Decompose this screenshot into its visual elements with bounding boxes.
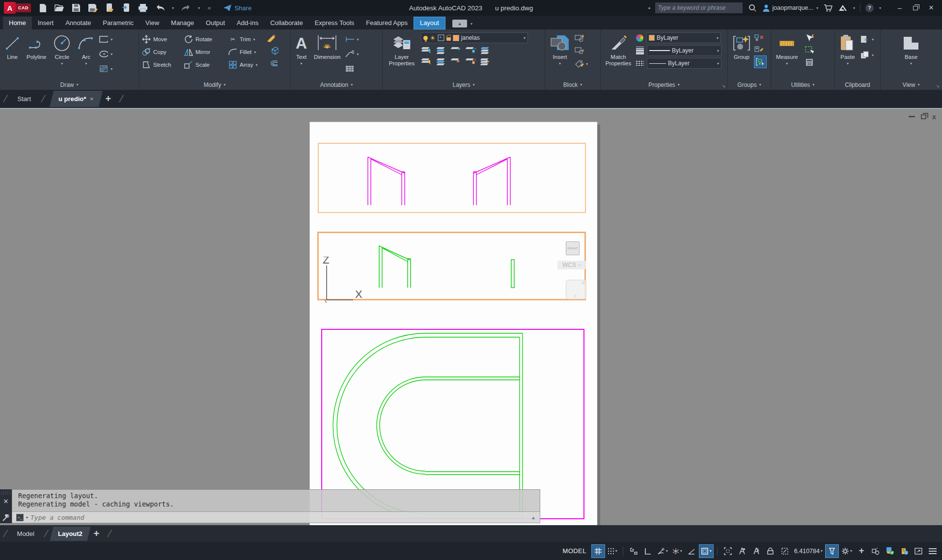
- ribbon-tab-view[interactable]: View: [139, 17, 165, 29]
- object-color-dropdown-arrow-icon[interactable]: ▾: [717, 36, 719, 40]
- ribbon-tab-featured-apps[interactable]: Featured Apps: [360, 17, 414, 29]
- mirror-button[interactable]: Mirror: [184, 46, 222, 58]
- create-block-icon[interactable]: [575, 33, 583, 42]
- autodesk-dropdown-icon[interactable]: ▾: [853, 6, 855, 10]
- line-button[interactable]: Line: [3, 32, 22, 61]
- share-button[interactable]: Share: [223, 4, 251, 12]
- layer-properties-button[interactable]: Layer Properties: [386, 32, 418, 68]
- draw-panel-title[interactable]: Draw▾: [0, 80, 139, 90]
- ui-lock-icon[interactable]: [764, 545, 777, 558]
- open-from-mobile-icon[interactable]: [105, 3, 114, 13]
- save-to-mobile-icon[interactable]: [121, 3, 131, 13]
- lineweight-icon[interactable]: [636, 47, 644, 54]
- annotation-panel-title[interactable]: Annotation▾: [291, 80, 382, 90]
- hatch-button[interactable]: ▾: [99, 63, 112, 75]
- help-button[interactable]: ?: [865, 4, 874, 12]
- new-file-icon[interactable]: [38, 3, 48, 13]
- fillet-button[interactable]: Fillet▾: [228, 46, 256, 58]
- arc-dropdown-icon[interactable]: ▾: [85, 61, 87, 66]
- object-color-wheel-icon[interactable]: [636, 34, 643, 42]
- layer-on-tool-icon[interactable]: [422, 57, 431, 66]
- annotation-scale-icon[interactable]: [778, 545, 791, 558]
- ribbon-minimize-control[interactable]: ▲ ▾: [452, 20, 472, 27]
- view-panel-title[interactable]: View▾: [881, 80, 942, 90]
- minimize-window-icon[interactable]: –: [893, 2, 907, 14]
- layer-thaw-icon[interactable]: ☀: [430, 35, 436, 41]
- layout-paper[interactable]: Z X FRONT WCS▽ ⊗⊻: [309, 122, 597, 525]
- leader-dropdown-icon[interactable]: ▾: [357, 52, 359, 56]
- move-button[interactable]: Move: [142, 33, 177, 45]
- restore-window-icon[interactable]: [909, 2, 922, 14]
- stretch-button[interactable]: Stretch: [142, 59, 177, 71]
- command-input-row[interactable]: >_ ▾ ▲: [12, 511, 540, 523]
- save-icon[interactable]: [71, 3, 81, 13]
- ribbon-tab-collaborate[interactable]: Collaborate: [264, 17, 309, 29]
- layer-vp-freeze-icon[interactable]: *: [438, 34, 444, 41]
- scale-button[interactable]: Scale: [184, 59, 222, 71]
- viewport-scale-control[interactable]: 6.410784▾: [793, 545, 824, 558]
- snap-dropdown-icon[interactable]: ▾: [615, 549, 617, 553]
- object-snap-icon[interactable]: ▾: [699, 545, 713, 558]
- rotate-button[interactable]: Rotate: [184, 33, 222, 45]
- ungroup-icon[interactable]: [754, 33, 763, 42]
- copy-button[interactable]: Copy: [142, 46, 177, 58]
- close-window-icon[interactable]: ×: [924, 2, 938, 14]
- search-icon[interactable]: [748, 3, 757, 13]
- undo-dropdown-icon[interactable]: ▾: [172, 6, 174, 10]
- explode-icon[interactable]: [270, 46, 278, 55]
- file-tab-close-icon[interactable]: ×: [90, 95, 94, 103]
- ribbon-tab-output[interactable]: Output: [200, 17, 231, 29]
- linear-dimension-button[interactable]: ▾: [345, 33, 359, 45]
- viewcube[interactable]: FRONT: [566, 241, 580, 255]
- file-tab-u-predio[interactable]: u predio*×: [49, 91, 102, 107]
- customize-qat-icon[interactable]: ≂: [207, 5, 211, 11]
- trim-button[interactable]: ✂Trim▾: [228, 33, 255, 45]
- cut-dropdown-icon[interactable]: ▾: [872, 37, 874, 42]
- wcs-dropdown[interactable]: WCS▽: [557, 261, 586, 269]
- command-history-expand-icon[interactable]: ▲: [531, 515, 536, 520]
- layer-unlock-icon[interactable]: [446, 37, 451, 41]
- id-point-icon[interactable]: [805, 46, 814, 54]
- customization-menu-icon[interactable]: [926, 545, 939, 558]
- command-line-customize-wrench-icon[interactable]: [2, 514, 9, 521]
- ellipse-button[interactable]: ▾: [99, 48, 112, 60]
- lineweight-dropdown[interactable]: ByLayer ▾: [647, 45, 721, 56]
- block-panel-title[interactable]: Block▾: [545, 80, 600, 90]
- paste-dropdown-icon[interactable]: ▾: [847, 61, 849, 66]
- command-prompt-icon[interactable]: >_: [16, 514, 24, 521]
- hardware-info-icon[interactable]: i: [898, 545, 911, 558]
- group-selection-toggle-icon[interactable]: [754, 56, 766, 68]
- leader-button[interactable]: ▾: [345, 48, 359, 60]
- redo-icon[interactable]: [181, 3, 191, 13]
- layer-unlock-tool-icon[interactable]: [466, 57, 475, 66]
- properties-panel-title[interactable]: Properties▾: [601, 80, 727, 90]
- isolate-objects-icon[interactable]: [869, 545, 882, 558]
- circle-button[interactable]: Circle ▾: [51, 32, 73, 67]
- offset-icon[interactable]: [269, 59, 277, 68]
- layer-dropdown[interactable]: ☀ * janelas ▾: [421, 32, 528, 43]
- utilities-panel-title[interactable]: Utilities▾: [771, 80, 834, 90]
- file-tab-start[interactable]: Start: [11, 91, 38, 107]
- layer-thaw-tool-icon[interactable]: ☀: [451, 57, 460, 66]
- add-scales-plus-icon[interactable]: +: [855, 545, 868, 558]
- drawing-minimize-icon[interactable]: [909, 116, 915, 117]
- match-properties-button[interactable]: Match Properties: [604, 32, 633, 68]
- fillet-dropdown-icon[interactable]: ▾: [254, 50, 256, 54]
- measure-button[interactable]: Measure ▾: [774, 32, 800, 67]
- ribbon-minimize-dropdown-icon[interactable]: ▾: [471, 22, 472, 26]
- ribbon-tab-insert[interactable]: Insert: [32, 17, 60, 29]
- navbar-expand-icon[interactable]: ⊻: [574, 293, 577, 298]
- insert-dropdown-icon[interactable]: ▾: [559, 61, 561, 66]
- drawing-close-icon[interactable]: x: [932, 113, 936, 120]
- annotation-visibility-icon[interactable]: [736, 545, 748, 558]
- isodraft-dropdown-icon[interactable]: ▾: [680, 549, 682, 553]
- search-collapse-icon[interactable]: ◂: [648, 5, 650, 10]
- workspace-switching-icon[interactable]: [826, 545, 838, 558]
- quick-calculator-icon[interactable]: [805, 58, 814, 67]
- snap-mode-icon[interactable]: ▾: [606, 545, 619, 558]
- linetype-icon[interactable]: [636, 61, 644, 66]
- measure-dropdown-icon[interactable]: ▾: [786, 61, 788, 66]
- viewport-scale-dropdown-icon[interactable]: ▾: [821, 549, 823, 553]
- plot-icon[interactable]: [138, 3, 148, 13]
- erase-icon[interactable]: [266, 33, 275, 42]
